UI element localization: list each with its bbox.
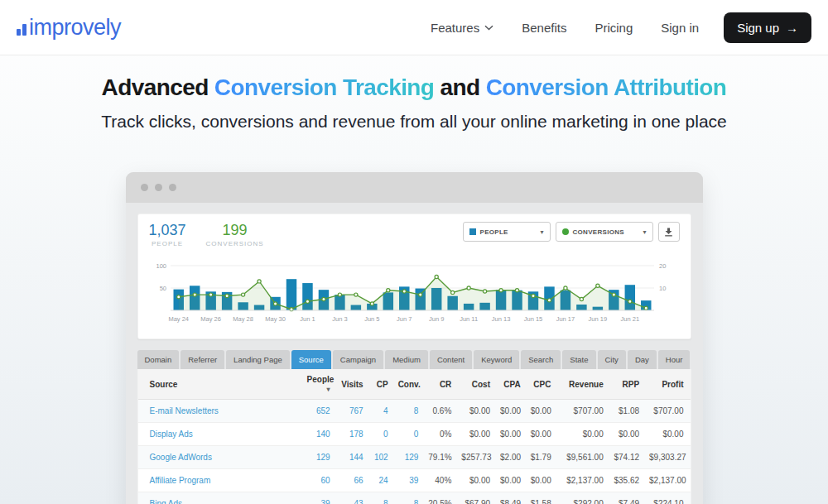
column-header-cr[interactable]: CR [425, 369, 458, 400]
column-header-rpp[interactable]: RPP [610, 369, 646, 400]
value-cell[interactable]: 39 [304, 492, 337, 504]
bar-line-chart: 501001020May 24May 26May 28May 30Jun 1Ju… [149, 251, 679, 334]
nav-item-label: Pricing [595, 21, 633, 35]
sign-up-button[interactable]: Sign up → [724, 12, 811, 43]
value-cell[interactable]: 43 [337, 492, 370, 504]
value-cell[interactable]: 8 [395, 492, 426, 504]
value-cell: $1.79 [527, 446, 558, 469]
site-header: improvely FeaturesBenefitsPricingSign in… [0, 0, 828, 55]
tab-medium[interactable]: Medium [385, 350, 428, 369]
table-row: E-mail Newsletters652767480.6%$0.00$0.00… [138, 400, 691, 423]
value-cell[interactable]: 178 [337, 423, 370, 446]
value-cell[interactable]: 8 [395, 400, 426, 423]
column-header-cost[interactable]: Cost [458, 369, 497, 400]
value-cell[interactable]: 129 [395, 446, 426, 469]
download-chart-button[interactable] [658, 222, 680, 242]
value-cell: $67.90 [458, 492, 497, 504]
nav-item-benefits[interactable]: Benefits [522, 21, 566, 35]
svg-text:Jun 21: Jun 21 [621, 315, 640, 323]
column-header-cpc[interactable]: CPC [527, 369, 558, 400]
tab-keyword[interactable]: Keyword [474, 350, 519, 369]
hero-title-part: and [434, 74, 485, 100]
value-cell[interactable]: 102 [370, 446, 395, 469]
column-header-profit[interactable]: Profit [646, 369, 690, 400]
conversions-count: 199 [206, 222, 264, 238]
value-cell[interactable]: 66 [337, 469, 370, 492]
value-cell: $2,137.00 [646, 469, 690, 492]
value-cell: $1.58 [527, 492, 558, 504]
main-nav: FeaturesBenefitsPricingSign in Sign up → [431, 12, 811, 43]
svg-text:May 26: May 26 [200, 315, 221, 323]
tab-source[interactable]: Source [291, 350, 331, 369]
column-header-conv[interactable]: Conv. [395, 369, 426, 400]
tab-city[interactable]: City [598, 350, 626, 369]
download-icon [664, 228, 673, 237]
nav-item-features[interactable]: Features [431, 21, 493, 35]
column-header-revenue[interactable]: Revenue [557, 369, 609, 400]
value-cell[interactable]: 767 [337, 400, 370, 423]
svg-text:May 24: May 24 [168, 315, 189, 323]
people-series-select[interactable]: PEOPLE ▾ [463, 222, 551, 242]
column-header-cp[interactable]: CP [370, 369, 395, 400]
value-cell: $8.49 [497, 492, 527, 504]
table-row: Display Ads140178000%$0.00$0.00$0.00$0.0… [138, 423, 691, 446]
tab-content[interactable]: Content [430, 350, 472, 369]
column-header-source[interactable]: Source [138, 369, 304, 400]
tab-day[interactable]: Day [628, 350, 657, 369]
source-link[interactable]: Bing Ads [138, 492, 304, 504]
value-cell[interactable]: 39 [395, 469, 426, 492]
svg-text:May 28: May 28 [233, 315, 253, 323]
value-cell: $0.00 [458, 400, 497, 423]
value-cell: $707.00 [646, 400, 690, 423]
source-link[interactable]: E-mail Newsletters [138, 400, 304, 423]
nav-item-sign-in[interactable]: Sign in [661, 21, 699, 35]
value-cell[interactable]: 0 [370, 423, 395, 446]
svg-text:Jun 15: Jun 15 [524, 315, 543, 323]
value-cell: $1.08 [610, 400, 646, 423]
tab-landing-page[interactable]: Landing Page [226, 350, 290, 369]
table-row: Google AdWords12914410212979.1%$257.73$2… [138, 446, 691, 469]
tab-campaign[interactable]: Campaign [333, 350, 383, 369]
value-cell: $0.00 [610, 423, 646, 446]
traffic-chart[interactable]: 501001020May 24May 26May 28May 30Jun 1Ju… [149, 251, 680, 337]
svg-text:Jun 11: Jun 11 [460, 315, 478, 323]
source-link[interactable]: Display Ads [138, 423, 304, 446]
value-cell: $2,137.00 [557, 469, 609, 492]
improvely-logo[interactable]: improvely [17, 17, 121, 39]
value-cell[interactable]: 24 [370, 469, 395, 492]
value-cell[interactable]: 652 [304, 400, 337, 423]
value-cell[interactable]: 129 [304, 446, 337, 469]
column-header-visits[interactable]: Visits [337, 369, 370, 400]
svg-text:100: 100 [156, 262, 166, 270]
source-link[interactable]: Google AdWords [138, 446, 304, 469]
tab-state[interactable]: State [562, 350, 595, 369]
people-series-label: PEOPLE [480, 228, 508, 236]
column-header-people[interactable]: People ▾ [304, 369, 337, 400]
tab-domain[interactable]: Domain [137, 350, 180, 369]
conversions-series-select[interactable]: CONVERSIONS ▾ [556, 222, 653, 242]
source-link[interactable]: Affiliate Program [138, 469, 304, 492]
value-cell: 0% [425, 423, 458, 446]
value-cell[interactable]: 4 [370, 400, 395, 423]
svg-text:20: 20 [659, 262, 666, 270]
value-cell[interactable]: 144 [337, 446, 370, 469]
table-row: Affiliate Program6066243940%$0.00$0.00$0… [138, 469, 691, 492]
dashboard-body: 1,037 PEOPLE 199 CONVERSIONS PEOPLE ▾ [126, 203, 703, 504]
value-cell[interactable]: 8 [370, 492, 395, 504]
hero-title: Advanced Conversion Tracking and Convers… [0, 73, 828, 103]
value-cell: $257.73 [458, 446, 497, 469]
tab-search[interactable]: Search [521, 350, 561, 369]
browser-window-mockup: 1,037 PEOPLE 199 CONVERSIONS PEOPLE ▾ [126, 172, 703, 504]
value-cell[interactable]: 140 [304, 423, 337, 446]
people-count: 1,037 [149, 222, 186, 238]
value-cell[interactable]: 60 [304, 469, 337, 492]
tab-hour[interactable]: Hour [658, 350, 691, 369]
nav-item-pricing[interactable]: Pricing [595, 21, 633, 35]
value-cell: $224.10 [646, 492, 690, 504]
hero-title-part: Conversion Attribution [486, 74, 727, 100]
value-cell[interactable]: 0 [395, 423, 426, 446]
window-control-dot [169, 184, 176, 191]
tab-referrer[interactable]: Referrer [181, 350, 224, 369]
column-header-cpa[interactable]: CPA [497, 369, 527, 400]
nav-item-label: Sign in [661, 21, 699, 35]
